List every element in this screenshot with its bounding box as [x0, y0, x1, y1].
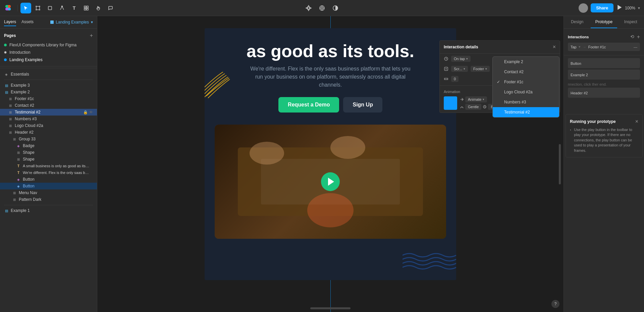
svg-point-10	[62, 6, 63, 7]
layer-patterndark[interactable]: ⊞ Pattern Dark	[0, 196, 97, 203]
layer-footer1c[interactable]: ⊞ Footer #1c	[0, 95, 97, 102]
svg-rect-13	[84, 8, 86, 10]
dropdown-example2[interactable]: Example 2	[493, 57, 559, 67]
play-hint-icon	[570, 127, 571, 133]
layer-group33[interactable]: ⊞ Group 33	[0, 136, 97, 142]
tab-layers[interactable]: Layers	[4, 18, 16, 26]
layer-essentials[interactable]: ◈ Essentials	[0, 71, 97, 78]
interactions-header: Interactions ⟲ +	[568, 34, 640, 40]
clock-icon	[483, 105, 487, 109]
text-tool[interactable]: T	[69, 3, 79, 13]
interactions-action-icon[interactable]: ⟲	[630, 34, 634, 40]
file-nav[interactable]: Landing Examples ▾	[50, 20, 93, 25]
connection-header2-label: Header #2	[571, 91, 588, 95]
wave-decoration	[402, 252, 456, 273]
interaction-details-title: Interaction details	[444, 45, 478, 49]
gentle-value[interactable]: Gentle	[465, 104, 481, 110]
layer-example2[interactable]: ▤ Example 2	[0, 89, 97, 95]
hero-text-section: as good as its tools. We're different. F…	[205, 28, 456, 119]
tab-prototype[interactable]: Prototype	[591, 16, 618, 28]
plugins-icon[interactable]	[317, 3, 327, 13]
dropdown-footer1c[interactable]: ✓ Footer #1c	[493, 77, 559, 87]
toolbar-center	[303, 3, 341, 13]
interaction-delete[interactable]: —	[634, 45, 637, 49]
layer-testimonial2[interactable]: ⊞ Testimonial #2 🔒 👁	[0, 109, 97, 116]
prototype-hint-title: Running your prototype	[570, 119, 616, 124]
layer-shape2[interactable]: ⊞ Shape	[0, 156, 97, 163]
play-button-circle[interactable]	[321, 172, 340, 191]
layer-contact2[interactable]: ⊞ Contact #2	[0, 102, 97, 109]
dropdown-testimonial2[interactable]: Testimonial #2	[493, 107, 559, 117]
figma-logo[interactable]	[4, 3, 15, 13]
hand-tool[interactable]	[93, 3, 104, 13]
components-tool[interactable]	[81, 3, 92, 13]
request-demo-button[interactable]: Request a Demo	[278, 97, 339, 113]
components-library-icon[interactable]	[303, 3, 314, 13]
contrast-icon[interactable]	[330, 3, 341, 13]
layer-menunav[interactable]: ⊞ Menu Nav	[0, 189, 97, 196]
page-dot-green	[4, 44, 7, 46]
scroll-value[interactable]: Scr... ▾	[451, 66, 468, 72]
share-button[interactable]: Share	[591, 3, 613, 12]
layer-header2[interactable]: ⊞ Header #2	[0, 129, 97, 136]
dropdown-contact2[interactable]: Contact #2	[493, 67, 559, 77]
sidebar-divider	[0, 68, 97, 68]
layer-text2[interactable]: T We're different. Flex is the only saas…	[0, 169, 97, 176]
avatar[interactable]	[579, 3, 588, 13]
cursor-tool[interactable]	[20, 3, 31, 13]
animate-value[interactable]: Animate ▾	[465, 96, 487, 102]
layer-button2[interactable]: ◈ Button	[0, 183, 97, 189]
layer-example1[interactable]: ▤ Example 1	[0, 207, 97, 214]
layer-button1[interactable]: ◈ Button	[0, 176, 97, 183]
dropdown-numbers3[interactable]: Numbers #3	[493, 97, 559, 107]
page-introduction[interactable]: Introduction	[0, 49, 97, 56]
interaction-details-close[interactable]: ×	[553, 44, 556, 50]
tab-design[interactable]: Design	[564, 16, 591, 28]
help-button[interactable]: ?	[551, 300, 559, 308]
page-dot-blue	[4, 58, 7, 61]
tab-assets[interactable]: Assets	[21, 18, 34, 26]
grid-icon-footer: ⊞	[8, 96, 13, 101]
layer-example3[interactable]: ▤ Example 3	[0, 82, 97, 89]
shape-tool[interactable]	[45, 3, 55, 13]
add-page-button[interactable]: +	[90, 33, 93, 39]
right-panel-content: Interactions ⟲ + Tap ▾ → Footer #1c —	[564, 29, 644, 312]
page-landing-examples[interactable]: Landing Examples	[0, 56, 97, 63]
canvas-scrollbar-v[interactable]	[559, 144, 561, 184]
sidebar: Layers Assets Landing Examples ▾ Pages +…	[0, 16, 97, 312]
dropdown-logocloud[interactable]: Logo Cloud #2a	[493, 87, 559, 97]
page-flexui[interactable]: FlexUI Components Library for Figma	[0, 41, 97, 49]
text-icon-2: T	[16, 170, 21, 175]
connection-example2-label: Example 2	[571, 73, 588, 77]
canvas-scrollbar-h[interactable]	[310, 307, 351, 309]
zoom-chevron[interactable]: ▾	[638, 6, 640, 10]
layer-logocloud[interactable]: ⊞ Logo Cloud #2a	[0, 122, 97, 129]
grid-icon-shape2: ⊞	[16, 157, 21, 162]
layer-badge[interactable]: ◈ Badge	[0, 142, 97, 149]
comment-tool[interactable]	[105, 3, 116, 13]
dest-value[interactable]: Footer ▾	[471, 66, 490, 72]
toolbar: T	[0, 0, 644, 16]
page-dot-white	[4, 51, 7, 54]
connection-button-label: Button	[571, 61, 581, 65]
dest-label: Footer #1c	[588, 45, 606, 49]
pen-tool[interactable]	[57, 3, 67, 13]
play-button[interactable]	[616, 4, 622, 12]
add-interaction-button[interactable]: +	[637, 34, 640, 40]
layer-text1[interactable]: T A small business is only as good as it…	[0, 163, 97, 169]
frame-tool[interactable]	[33, 3, 43, 13]
lock-icon[interactable]: 🔒	[83, 110, 88, 115]
prototype-hint-close[interactable]: ×	[635, 119, 638, 125]
tab-inspect[interactable]: Inspect	[617, 16, 644, 28]
eye-icon[interactable]: 👁	[89, 110, 93, 115]
page-landing-label: Landing Examples	[9, 57, 43, 62]
signup-button[interactable]: Sign Up	[343, 97, 382, 113]
svg-rect-15	[308, 7, 310, 9]
layer-numbers3[interactable]: ⊞ Numbers #3	[0, 116, 97, 122]
interaction-item-row[interactable]: Tap ▾ → Footer #1c —	[568, 43, 640, 51]
offset-value[interactable]: 0	[451, 76, 459, 82]
layer-shape1[interactable]: ⊞ Shape	[0, 149, 97, 156]
svg-marker-24	[618, 5, 621, 9]
trigger-value[interactable]: On tap ▾	[451, 56, 471, 62]
right-panel-tabs: Design Prototype Inspect	[564, 16, 644, 29]
